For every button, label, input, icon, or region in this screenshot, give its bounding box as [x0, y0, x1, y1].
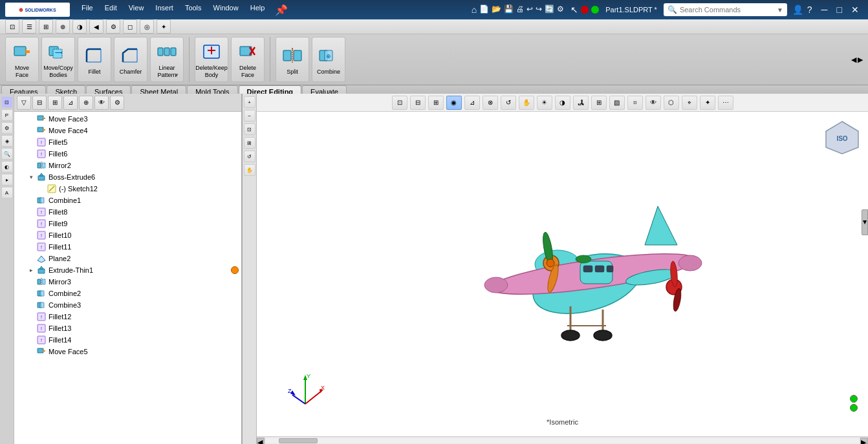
- vt-zoom-area[interactable]: ⊞: [428, 96, 444, 110]
- tree-item-fillet13[interactable]: f Fillet13: [14, 322, 241, 334]
- nav-btn-new[interactable]: 📄: [479, 5, 489, 15]
- search-input[interactable]: [680, 6, 777, 14]
- tree-item-fillet5[interactable]: f Fillet5: [14, 136, 241, 148]
- vc-rotate[interactable]: ↺: [244, 151, 255, 162]
- panel-tab-featuremgr[interactable]: ⊡: [1, 96, 13, 108]
- tree-item-fillet6[interactable]: f Fillet6: [14, 148, 241, 160]
- minimize-btn[interactable]: ─: [818, 5, 832, 15]
- menu-file[interactable]: File: [76, 3, 98, 17]
- qa-star[interactable]: ✦: [157, 19, 171, 34]
- nav-btn-save[interactable]: 💾: [504, 5, 514, 15]
- qa-collapse[interactable]: ◀: [89, 19, 103, 34]
- vt-render[interactable]: ✦: [700, 96, 715, 110]
- help-icon[interactable]: ?: [807, 5, 812, 15]
- vc-fit[interactable]: ⊡: [244, 123, 255, 135]
- scroll-thumb-h[interactable]: [279, 438, 318, 443]
- fillet-btn[interactable]: Fillet: [78, 37, 111, 82]
- vt-pan[interactable]: ✋: [519, 96, 534, 110]
- tree-item-fillet14[interactable]: f Fillet14: [14, 334, 241, 346]
- vt-scene[interactable]: 🏞: [573, 96, 589, 110]
- vt-shaded-edges[interactable]: ◉: [446, 96, 462, 110]
- qa-orientation[interactable]: ⊕: [56, 19, 70, 34]
- menu-edit[interactable]: Edit: [100, 3, 122, 17]
- collapse-panel-btn[interactable]: ◀: [851, 56, 856, 64]
- menu-help[interactable]: Help: [245, 3, 270, 17]
- tree-item-move-face4[interactable]: Move Face4: [14, 125, 241, 136]
- tree-item-fillet9[interactable]: f Fillet9: [14, 218, 241, 229]
- menu-insert[interactable]: Insert: [150, 3, 179, 17]
- panel-tab-dim[interactable]: ◈: [1, 135, 13, 147]
- tree-item-combine1[interactable]: Combine1: [14, 195, 241, 206]
- vt-3d-view[interactable]: ⬡: [664, 96, 679, 110]
- combine-btn[interactable]: ⊕ Combine: [312, 37, 345, 82]
- expand-btn-extrude-thin1[interactable]: ▸: [27, 266, 35, 274]
- vt-more[interactable]: ⋯: [718, 96, 733, 110]
- move-copy-bodies-btn[interactable]: ⟶ Move/Copy Bodies: [41, 37, 75, 82]
- expand-panel-btn[interactable]: ▶: [858, 56, 863, 64]
- nav-btn-rebuild[interactable]: 🔄: [545, 5, 554, 15]
- vt-display-style[interactable]: ⊿: [464, 96, 480, 110]
- expand-btn-boss-extrude6[interactable]: ▾: [27, 173, 35, 181]
- tree-item-move-face5[interactable]: Move Face5: [14, 346, 241, 357]
- user-icon[interactable]: 👤: [792, 5, 803, 15]
- split-btn[interactable]: Split: [276, 37, 309, 82]
- vt-zoom-sel[interactable]: ⊟: [410, 96, 426, 110]
- collapse-all-btn[interactable]: ⊟: [32, 96, 47, 110]
- vc-zoom-area[interactable]: ⊞: [244, 137, 255, 149]
- delete-keep-body-btn[interactable]: Delete/Keep Body: [195, 37, 228, 82]
- qa-settings[interactable]: ⚙: [106, 19, 120, 34]
- panel-tab-display[interactable]: ◐: [1, 161, 13, 173]
- dropdown-arrow-icon[interactable]: ▼: [174, 72, 179, 79]
- options-btn-panel[interactable]: ⚙: [110, 96, 124, 110]
- tree-item-sketch12[interactable]: (-) Sketch12: [14, 183, 241, 195]
- qa-features[interactable]: ⊡: [5, 19, 19, 34]
- tree-item-combine3[interactable]: Combine3: [14, 299, 241, 311]
- tree-item-mirror3[interactable]: Mirror3: [14, 276, 241, 288]
- vc-zoom-out[interactable]: −: [244, 110, 255, 122]
- tree-item-combine2[interactable]: Combine2: [14, 288, 241, 299]
- qa-color[interactable]: ◑: [72, 19, 87, 34]
- pin-icon[interactable]: 📌: [271, 3, 292, 17]
- scroll-top-btn[interactable]: ⊿: [63, 96, 78, 110]
- panel-tab-search[interactable]: 🔍: [1, 148, 13, 160]
- expand-btn[interactable]: ⊞: [48, 96, 62, 110]
- tree-item-fillet8[interactable]: f Fillet8: [14, 206, 241, 218]
- view-cube[interactable]: ISO: [823, 118, 862, 158]
- vt-camera[interactable]: ⌖: [682, 96, 697, 110]
- close-btn[interactable]: ✕: [847, 5, 863, 15]
- tree-item-extrude-thin1[interactable]: ▸ Extrude-Thin1: [14, 264, 241, 276]
- scrollbar-horizontal[interactable]: ◀ ▶: [257, 436, 868, 444]
- nav-btn-print[interactable]: 🖨: [516, 5, 524, 15]
- vt-shadows[interactable]: ▨: [609, 96, 625, 110]
- show-items-btn[interactable]: 👁: [94, 96, 109, 110]
- vt-lights[interactable]: ☀: [537, 96, 552, 110]
- tree-item-fillet10[interactable]: f Fillet10: [14, 229, 241, 241]
- qa-target[interactable]: ◎: [140, 19, 154, 34]
- search-dropdown-icon[interactable]: ▼: [777, 6, 783, 14]
- tree-item-plane2[interactable]: Plane2: [14, 253, 241, 264]
- nav-btn-open[interactable]: 📂: [492, 5, 501, 15]
- menu-view[interactable]: View: [124, 3, 149, 17]
- vt-appearance[interactable]: ◑: [555, 96, 570, 110]
- panel-tab-sim[interactable]: ▸: [1, 174, 13, 185]
- cursor-icon[interactable]: ↖: [570, 5, 578, 15]
- qa-add[interactable]: ⊞: [39, 19, 53, 34]
- move-face-btn[interactable]: Move Face: [5, 37, 39, 82]
- model-area[interactable]: Y X Z *Isometric: [257, 112, 868, 430]
- panel-tab-property[interactable]: P: [1, 109, 13, 121]
- panel-tab-hide[interactable]: A: [1, 187, 13, 198]
- options-btn[interactable]: ⚙: [557, 5, 564, 15]
- restore-btn[interactable]: □: [833, 5, 846, 15]
- vt-perspective[interactable]: ⌗: [627, 96, 643, 110]
- record-btn[interactable]: [581, 6, 589, 14]
- vt-rotate[interactable]: ↺: [501, 96, 516, 110]
- tree-item-mirror2[interactable]: Mirror2: [14, 160, 241, 171]
- nav-btn-redo[interactable]: ↪: [536, 5, 542, 15]
- vt-zoom-fit[interactable]: ⊡: [392, 96, 407, 110]
- vt-section[interactable]: ⊗: [483, 96, 498, 110]
- linear-pattern-btn[interactable]: Linear Pattern ▼: [150, 37, 184, 82]
- orientation-btn[interactable]: ⊕: [79, 96, 93, 110]
- scroll-right-btn[interactable]: ▶: [860, 438, 868, 444]
- chamfer-btn[interactable]: Chamfer: [114, 37, 147, 82]
- nav-btn-undo[interactable]: ↩: [526, 5, 533, 15]
